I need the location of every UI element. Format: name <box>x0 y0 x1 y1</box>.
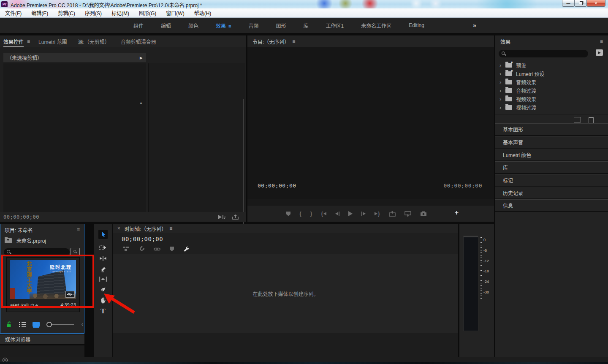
timeline-timecode[interactable]: 00;00;00;00 <box>122 236 163 242</box>
panel-lumetri-color[interactable]: Lumetri 颜色 <box>495 149 608 161</box>
bin-video-transitions[interactable]: ›视频过渡 <box>495 103 608 111</box>
scroll-up-icon[interactable]: ▲ <box>139 101 143 105</box>
timeline-close-icon[interactable]: × <box>117 225 120 231</box>
workspace-1[interactable]: 工作区1 <box>326 22 344 29</box>
media-browser-tab[interactable]: 媒体浏览器 <box>0 334 84 345</box>
workspace-assembly[interactable]: 组件 <box>133 22 144 29</box>
export-frame-icon[interactable] <box>420 211 427 216</box>
timeline-drop-area[interactable]: 在此处放下媒体以创建序列。 <box>113 254 458 333</box>
workspace-color[interactable]: 颜色 <box>188 22 198 29</box>
new-bin-icon[interactable] <box>574 117 581 122</box>
panel-libraries[interactable]: 库 <box>495 161 608 174</box>
menu-graphics[interactable]: 图形(G) <box>139 9 156 16</box>
workspace-editing-en[interactable]: Editing <box>409 22 424 28</box>
minimize-button[interactable]: — <box>562 0 575 7</box>
project-menu-icon[interactable]: ≡ <box>77 227 80 233</box>
menu-window[interactable]: 窗口(W) <box>166 9 184 16</box>
project-writable-lock-icon[interactable] <box>6 321 12 328</box>
timeline-add-marker-icon[interactable] <box>170 247 174 251</box>
menu-markers[interactable]: 标记(M) <box>111 9 129 16</box>
play-audio-icon[interactable] <box>218 215 225 220</box>
tab-source-monitor[interactable]: 源:（无剪辑） <box>78 38 109 45</box>
effects-filter-badge-icon[interactable] <box>596 49 603 56</box>
thumbnail-zoom-slider[interactable] <box>46 322 74 327</box>
meter-label: -24 <box>483 280 489 284</box>
nest-insert-icon[interactable] <box>122 246 129 252</box>
workspace-overflow-icon[interactable]: » <box>473 22 476 29</box>
clip-selector-arrow-icon[interactable]: ▶ <box>140 56 143 60</box>
twirl-icon[interactable]: › <box>499 62 505 68</box>
twirl-icon[interactable]: › <box>499 71 505 77</box>
delete-icon[interactable] <box>589 117 594 123</box>
slider-knob[interactable] <box>46 322 52 327</box>
workspace-graphics[interactable]: 图形 <box>276 22 286 29</box>
tab-lumetri-scopes[interactable]: Lumetri 范围 <box>38 38 67 45</box>
add-marker-icon[interactable] <box>286 212 290 216</box>
program-monitor-menu-icon[interactable]: ≡ <box>292 38 295 44</box>
step-forward-icon[interactable] <box>361 212 366 216</box>
tab-effect-controls[interactable]: 效果控件 <box>3 38 24 47</box>
meter-label: -6 <box>483 248 487 253</box>
effects-search-input[interactable] <box>499 50 588 57</box>
icon-view-icon[interactable] <box>33 322 40 327</box>
workspace-unnamed[interactable]: 未命名工作区 <box>361 22 391 29</box>
slip-tool[interactable] <box>98 274 108 284</box>
selection-tool[interactable] <box>98 230 108 239</box>
title-bar[interactable]: Pr Adobe Premiere Pro CC 2018 - D:\我的文档\… <box>0 0 608 8</box>
clip-selector[interactable]: （未选择剪辑） ▶ <box>3 53 146 62</box>
go-to-out-icon[interactable]: } <box>375 211 380 217</box>
step-back-icon[interactable] <box>335 212 339 216</box>
twirl-icon[interactable]: › <box>499 79 505 85</box>
timeline-menu-icon[interactable]: ≡ <box>169 225 172 231</box>
menu-edit[interactable]: 编辑(E) <box>31 9 48 16</box>
track-select-forward-tool[interactable] <box>98 243 108 253</box>
bin-audio-effects[interactable]: ›音频效果 <box>495 78 608 86</box>
menu-help[interactable]: 帮助(H) <box>194 9 212 16</box>
go-to-in-icon[interactable]: { <box>321 211 326 217</box>
menu-file[interactable]: 文件(F) <box>5 9 22 16</box>
bin-video-effects[interactable]: ›视频效果 <box>495 95 608 103</box>
mark-out-icon[interactable]: } <box>310 211 312 217</box>
menu-sequence[interactable]: 序列(S) <box>85 9 102 16</box>
bin-lumetri-presets[interactable]: ›★Lumetri 预设 <box>495 69 608 78</box>
lift-icon[interactable] <box>389 211 396 217</box>
bin-presets[interactable]: ›★预设 <box>495 61 608 69</box>
snap-icon[interactable] <box>138 246 144 252</box>
panel-markers[interactable]: 标记 <box>495 174 608 187</box>
twirl-icon[interactable]: › <box>499 104 505 111</box>
workspace-editing-cn[interactable]: 编辑 <box>161 22 171 29</box>
workspace-effects[interactable]: 效果≡ <box>216 22 231 29</box>
twirl-icon[interactable]: › <box>499 87 505 94</box>
workspace-libraries[interactable]: 库 <box>304 22 309 29</box>
workspace-audio[interactable]: 音频 <box>248 22 258 29</box>
button-editor-icon[interactable]: + <box>455 209 459 217</box>
linked-selection-icon[interactable] <box>154 247 160 252</box>
project-file-row[interactable]: 未命名.prproj <box>5 237 46 244</box>
play-icon[interactable] <box>348 211 353 216</box>
panel-essential-sound[interactable]: 基本声音 <box>495 136 608 149</box>
razor-tool[interactable] <box>98 264 108 274</box>
program-monitor-viewport <box>247 47 494 199</box>
toolbar-overflow-chevron-icon[interactable]: ‹ <box>81 321 83 327</box>
mark-in-icon[interactable]: { <box>299 211 301 217</box>
twirl-icon[interactable]: › <box>499 96 505 102</box>
project-header: 项目: 未命名 ≡ <box>0 224 84 235</box>
extract-icon[interactable] <box>404 211 411 217</box>
panel-history[interactable]: 历史记录 <box>495 187 608 199</box>
bin-audio-transitions[interactable]: ›音频过渡 <box>495 86 608 95</box>
panel-essential-graphics[interactable]: 基本图形 <box>495 123 608 136</box>
tab-audio-clip-mixer[interactable]: 音频剪辑混合器 <box>121 38 156 45</box>
timeline-title[interactable]: 时间轴:（无序列） <box>125 225 166 232</box>
list-view-icon[interactable] <box>19 322 27 327</box>
ripple-edit-tool[interactable] <box>98 254 108 263</box>
audio-meters-panel[interactable]: 0 -6 -12 -18 -24 -30 <box>459 224 494 357</box>
timeline-settings-wrench-icon[interactable] <box>183 246 190 252</box>
menu-clip[interactable]: 剪辑(C) <box>58 9 75 16</box>
restore-button[interactable] <box>574 0 587 7</box>
effects-menu-icon[interactable]: ≡ <box>600 38 603 44</box>
workspace-menu-icon[interactable]: ≡ <box>228 24 231 29</box>
panel-info[interactable]: 信息 <box>495 199 608 212</box>
export-icon[interactable] <box>232 215 239 220</box>
panel-menu-icon[interactable]: ≡ <box>27 38 30 44</box>
close-button[interactable]: ✕ <box>586 0 605 7</box>
